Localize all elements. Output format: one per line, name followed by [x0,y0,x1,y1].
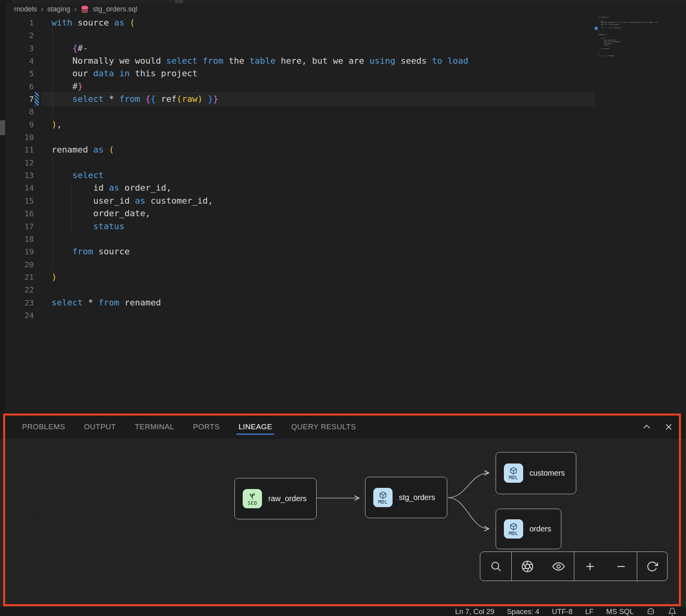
code-line[interactable]: user_id as customer_id, [52,195,468,207]
lineage-node-orders[interactable]: MDL orders [496,509,561,549]
node-label: stg_orders [399,493,435,502]
breadcrumb: models › staging › stg_orders.sql [14,2,137,16]
code-line[interactable]: order_date, [52,207,468,220]
status-eol[interactable]: LF [585,607,594,616]
code-line[interactable]: {#- [52,42,468,55]
line-number: 21 [0,271,34,283]
status-cursor-position[interactable]: Ln 7, Col 29 [455,607,494,616]
lineage-node-customers[interactable]: MDL customers [496,452,576,494]
panel-maximize-button[interactable] [641,421,652,432]
line-number: 11 [0,143,34,156]
status-indentation[interactable]: Spaces: 4 [507,607,539,616]
status-language-mode[interactable]: MS SQL [606,607,634,616]
aperture-icon [521,560,534,573]
code-line[interactable]: renamed as ( [52,143,468,156]
gutter: 123456789101112131415161718192021222324 [0,17,34,322]
plus-icon [584,561,596,572]
breadcrumb-file[interactable]: stg_orders.sql [93,5,137,13]
breadcrumb-item-staging[interactable]: staging [47,5,70,13]
tab-query-results[interactable]: QUERY RESULTS [291,415,356,439]
code-line[interactable]: our data in this project [52,67,468,80]
close-icon [666,425,671,430]
code-line[interactable]: select * from renamed [52,296,468,309]
code-line[interactable] [52,29,468,42]
panel-close-button[interactable] [663,421,674,432]
model-badge: MDL [504,519,523,539]
node-label: orders [529,524,551,533]
line-number: 7 [0,93,34,105]
code-line[interactable] [52,233,468,245]
eye-icon [552,560,565,573]
code-line[interactable]: from source [52,245,468,258]
minimap-modified-marker [595,27,597,30]
line-number: 20 [0,258,34,271]
zoom-out-button[interactable] [614,559,628,574]
status-encoding[interactable]: UTF-8 [552,607,572,616]
tab-lineage[interactable]: LINEAGE [238,415,272,439]
cube-icon [509,522,518,531]
line-number: 19 [0,245,34,258]
code-line[interactable]: Normally we would select from the table … [52,55,468,67]
code-line[interactable] [52,105,468,118]
search-button[interactable] [489,559,503,574]
minus-icon [615,561,627,572]
code-line[interactable]: select [52,169,468,182]
code-line[interactable] [52,131,468,143]
code-line[interactable]: select * from {{ ref(raw) }} [52,93,468,105]
line-number: 1 [0,17,34,29]
lineage-node-stg-orders[interactable]: MDL stg_orders [365,477,447,518]
code-line[interactable]: ), [52,118,468,131]
cube-icon [379,491,387,499]
tab-terminal[interactable]: TERMINAL [135,415,174,439]
lineage-node-raw-orders[interactable]: SED raw_orders [234,478,317,519]
line-number: 2 [0,29,34,42]
code-line[interactable] [52,309,468,322]
panel-controls [641,415,674,439]
line-number: 13 [0,169,34,182]
bell-icon[interactable] [668,607,677,616]
code-line[interactable] [52,156,468,169]
minimap[interactable]: with source as ( {#- Normally we would s… [598,17,669,59]
line-number: 10 [0,131,34,143]
line-number: 3 [0,42,34,55]
model-badge: MDL [504,463,523,483]
code-line[interactable]: status [52,220,468,233]
code-line[interactable] [52,258,468,271]
badge-label: MDL [509,475,518,480]
code-lines[interactable]: with source as ( {#- Normally we would s… [52,17,468,322]
badge-label: MDL [378,499,387,504]
tab-output[interactable]: OUTPUT [84,415,116,439]
model-badge: MDL [373,488,393,507]
line-number: 24 [0,309,34,322]
top-left-corner [0,0,12,3]
line-number: 6 [0,80,34,93]
chevron-right-icon: › [74,5,76,13]
database-icon [81,5,89,13]
code-line[interactable]: id as order_id, [52,182,468,194]
zoom-in-button[interactable] [583,559,597,574]
minimap-lines: with source as ( {#- Normally we would s… [598,17,669,59]
code-line[interactable]: ) [52,271,468,283]
panel-tabbar: PROBLEMSOUTPUTTERMINALPORTSLINEAGEQUERY … [0,415,686,439]
line-number: 4 [0,55,34,67]
tab-divider-notch [175,0,183,3]
aperture-button[interactable] [520,559,535,574]
breadcrumb-item-models[interactable]: models [14,5,37,13]
line-number: 12 [0,156,34,169]
line-number: 17 [0,220,34,233]
code-line[interactable]: with source as ( [52,17,468,29]
line-number: 15 [0,195,34,207]
statusbar: Ln 7, Col 29 Spaces: 4 UTF-8 LF MS SQL [0,607,686,616]
code-line[interactable] [52,283,468,296]
visibility-button[interactable] [551,559,566,574]
copilot-icon[interactable] [646,607,655,616]
lineage-toolbar [480,552,668,581]
code-line[interactable]: #} [52,80,468,93]
refresh-button[interactable] [645,559,659,574]
line-number: 22 [0,283,34,296]
tab-problems[interactable]: PROBLEMS [22,415,65,439]
tab-ports[interactable]: PORTS [193,415,220,439]
node-label: raw_orders [268,494,307,503]
chevron-up-icon [644,425,649,428]
lineage-canvas[interactable]: SED raw_orders MDL stg_orders MDL custom… [0,439,686,607]
